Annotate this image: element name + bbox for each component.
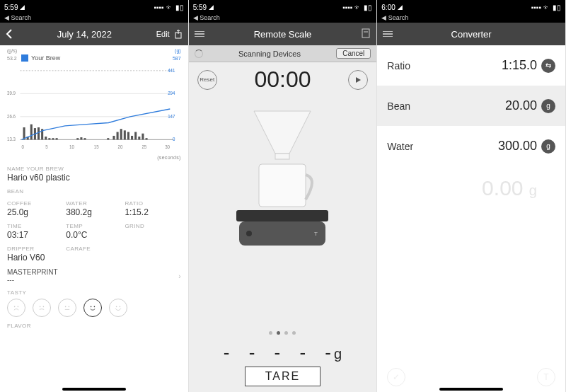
face-5[interactable] bbox=[109, 299, 127, 317]
page-dots[interactable] bbox=[269, 331, 296, 335]
svg-rect-23 bbox=[80, 137, 82, 139]
back-button[interactable] bbox=[6, 29, 13, 39]
svg-point-52 bbox=[116, 306, 117, 308]
water-value: 300.00 bbox=[498, 139, 537, 154]
svg-rect-24 bbox=[83, 138, 86, 139]
chevron-right-icon: › bbox=[178, 272, 180, 280]
svg-point-46 bbox=[43, 306, 45, 308]
svg-rect-18 bbox=[45, 137, 47, 139]
face-2[interactable] bbox=[33, 299, 51, 317]
share-button[interactable] bbox=[174, 29, 183, 39]
svg-text:20: 20 bbox=[118, 144, 123, 149]
masterprint-row[interactable]: MASTERPRINT --- › bbox=[7, 268, 181, 284]
screen-remote-scale: 5:59◢ ▪▪▪▪ᯤ▮▯ ◀ Search Remote Scale Scan… bbox=[189, 0, 378, 392]
menu-button[interactable] bbox=[195, 30, 204, 39]
bean-label: BEAN bbox=[7, 188, 181, 195]
stat-temp: TEMP0.0°C bbox=[66, 223, 122, 240]
home-indicator[interactable] bbox=[62, 388, 126, 391]
svg-text:13.3: 13.3 bbox=[7, 137, 16, 142]
svg-rect-21 bbox=[56, 138, 58, 139]
svg-rect-25 bbox=[107, 138, 109, 139]
wifi-icon: ᯤ bbox=[543, 4, 550, 11]
face-1[interactable] bbox=[7, 299, 25, 317]
ratio-swap-icon[interactable]: ⇆ bbox=[541, 59, 555, 73]
header-title: Converter bbox=[393, 29, 550, 40]
svg-rect-26 bbox=[112, 136, 115, 139]
back-to-search[interactable]: ◀ Search bbox=[0, 14, 188, 23]
water-unit[interactable]: g bbox=[541, 139, 555, 154]
spinner-icon bbox=[195, 50, 203, 58]
svg-text:39.9: 39.9 bbox=[7, 91, 16, 96]
tare-button[interactable]: TARE bbox=[245, 367, 320, 386]
play-button[interactable] bbox=[348, 70, 368, 90]
stat-water: WATER380.2g bbox=[66, 200, 122, 217]
svg-point-44 bbox=[18, 306, 19, 308]
scale-icon[interactable] bbox=[361, 28, 371, 41]
face-4-selected[interactable] bbox=[83, 299, 102, 317]
svg-rect-19 bbox=[48, 138, 50, 139]
status-bar: 6:00◢ ▪▪▪▪ᯤ▮▯ bbox=[377, 0, 565, 14]
wifi-icon: ᯤ bbox=[166, 4, 173, 11]
battery-icon: ▮▯ bbox=[364, 4, 372, 11]
edit-button[interactable]: Edit bbox=[156, 30, 170, 38]
flavor-label: FLAVOR bbox=[7, 323, 181, 329]
svg-point-51 bbox=[94, 306, 96, 308]
brewname-field[interactable]: NAME YOUR BREW Hario v60 plastic bbox=[7, 166, 181, 183]
row-ratio[interactable]: Ratio 1:15.0⇆ bbox=[377, 45, 565, 86]
svg-point-45 bbox=[40, 306, 41, 308]
svg-rect-28 bbox=[120, 129, 122, 139]
svg-text:26.6: 26.6 bbox=[7, 114, 16, 119]
svg-point-53 bbox=[120, 306, 121, 308]
y-left-unit: (g/s) bbox=[7, 48, 17, 53]
svg-text:15: 15 bbox=[94, 144, 99, 149]
bean-unit[interactable]: g bbox=[541, 99, 555, 113]
legend-swatch bbox=[21, 54, 28, 62]
stat-dripper: DRIPPERHario V60 bbox=[7, 246, 63, 263]
row-water[interactable]: Water 300.00g bbox=[377, 126, 565, 166]
y-right-unit: (g) bbox=[175, 48, 181, 53]
svg-text:T: T bbox=[314, 231, 318, 237]
cancel-button[interactable]: Cancel bbox=[336, 48, 371, 59]
svg-point-43 bbox=[14, 306, 16, 308]
signal-icon: ▪▪▪▪ bbox=[154, 4, 163, 11]
chart-legend: 53.2 Your Brew 587 bbox=[7, 54, 181, 62]
svg-rect-31 bbox=[131, 136, 133, 139]
back-to-search[interactable]: ◀ Search bbox=[377, 14, 565, 23]
row-bean[interactable]: Bean 20.00g bbox=[377, 86, 565, 126]
reset-button[interactable]: Reset bbox=[197, 70, 217, 90]
battery-icon: ▮▯ bbox=[175, 4, 184, 11]
back-to-search[interactable]: ◀ Search bbox=[189, 14, 377, 23]
status-bar: 5:59◢ ▪▪▪▪ᯤ▮▯ bbox=[189, 0, 377, 14]
status-right: ▪▪▪▪ ᯤ ▮▯ bbox=[154, 4, 183, 11]
stat-ratio: RATIO1:15.2 bbox=[125, 200, 180, 217]
status-time: 6:00 bbox=[381, 4, 395, 11]
timer-display: 00:00 bbox=[254, 67, 311, 93]
screen-converter: 6:00◢ ▪▪▪▪ᯤ▮▯ ◀ Search Converter Ratio 1… bbox=[377, 0, 566, 392]
header-title: Remote Scale bbox=[204, 29, 362, 40]
confirm-button[interactable]: ✓ bbox=[387, 368, 405, 386]
status-bar: 5:59 ◢ ▪▪▪▪ ᯤ ▮▯ bbox=[0, 0, 188, 14]
svg-text:147: 147 bbox=[168, 114, 175, 119]
svg-text:10: 10 bbox=[69, 144, 74, 149]
svg-text:441: 441 bbox=[168, 68, 175, 73]
menu-button[interactable] bbox=[383, 30, 393, 39]
status-time: 5:59 bbox=[4, 4, 18, 11]
face-3[interactable] bbox=[58, 299, 76, 317]
svg-rect-35 bbox=[146, 138, 148, 139]
svg-rect-20 bbox=[52, 138, 54, 139]
scanning-bar: Scanning Devices Cancel bbox=[189, 45, 377, 62]
svg-point-59 bbox=[246, 231, 252, 236]
header-bar: Remote Scale bbox=[189, 23, 377, 45]
header-bar: Converter bbox=[377, 23, 565, 45]
svg-rect-54 bbox=[362, 29, 369, 38]
signal-icon: ▪▪▪▪ bbox=[342, 4, 352, 11]
legend-label: Your Brew bbox=[31, 54, 60, 62]
location-icon: ◢ bbox=[20, 4, 25, 11]
home-indicator[interactable] bbox=[439, 388, 503, 391]
svg-rect-33 bbox=[138, 137, 140, 139]
svg-rect-32 bbox=[134, 132, 137, 140]
t-button[interactable]: T bbox=[537, 368, 555, 386]
tasty-label: TASTY bbox=[7, 289, 181, 296]
tasty-faces bbox=[7, 299, 181, 317]
stat-grind: GRIND bbox=[125, 223, 180, 240]
